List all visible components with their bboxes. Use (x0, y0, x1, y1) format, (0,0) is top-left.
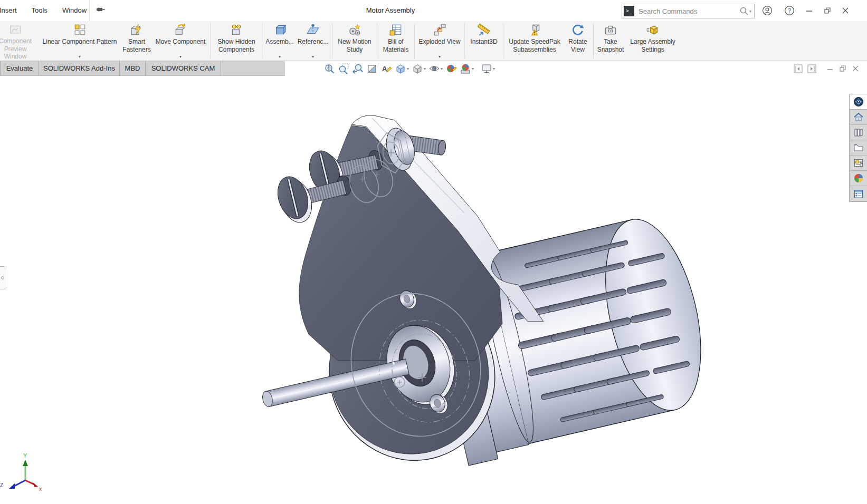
collapse-pane-left-button[interactable] (794, 64, 803, 73)
minimize-button[interactable] (801, 0, 818, 21)
appearances-scenes-icon (853, 173, 864, 183)
move-component-button[interactable]: Move Component ▾ (152, 21, 209, 61)
command-prompt-icon: >_ (624, 6, 634, 16)
taskpane-file-explorer-button[interactable] (850, 140, 867, 156)
dropdown-caret-icon[interactable]: ▾ (279, 54, 281, 59)
apply-scene-button[interactable]: ▾ (459, 62, 474, 75)
dropdown-caret-icon[interactable]: ▾ (424, 66, 426, 71)
doc-minimize-button[interactable] (826, 65, 834, 73)
dropdown-caret-icon[interactable]: ▾ (439, 54, 441, 59)
custom-properties-icon (853, 189, 864, 199)
tab-solidworks-cam[interactable]: SOLIDWORKS CAM (146, 61, 221, 75)
dropdown-caret-icon[interactable]: ▾ (179, 54, 182, 59)
menu-insert[interactable]: Insert (0, 0, 24, 21)
exploded-view-icon (433, 23, 446, 37)
ribbon-group-separator (593, 23, 594, 59)
zoom-to-area-button[interactable] (337, 62, 350, 75)
zoom-to-fit-button[interactable] (323, 62, 336, 75)
window-title: Motor Assembly (338, 0, 443, 21)
assembly-features-icon (273, 23, 287, 37)
display-style-button[interactable]: ▾ (411, 62, 426, 75)
tab-solidworks-add-ins[interactable]: SOLIDWORKS Add-Ins (39, 61, 120, 75)
pin-menu-button[interactable] (95, 5, 106, 16)
ribbon-group-separator (503, 23, 503, 59)
close-icon (841, 6, 850, 15)
section-view-button[interactable] (366, 62, 378, 75)
dropdown-caret-icon[interactable]: ▾ (312, 54, 314, 59)
large-assembly-settings-button[interactable]: Large Assembly Settings (626, 21, 680, 61)
collapsed-panel-tab[interactable] (0, 266, 5, 289)
previous-view-button[interactable] (351, 62, 364, 75)
menu-window[interactable]: Window (55, 0, 94, 21)
move-component-icon (174, 23, 187, 37)
taskpane-design-library-button[interactable] (850, 125, 867, 140)
file-explorer-icon (853, 142, 864, 153)
ribbon-group-separator (414, 23, 415, 59)
tab-mbd[interactable]: MBD (120, 61, 146, 75)
search-commands-box[interactable]: >_ ▾ (622, 4, 755, 18)
assembly-features-button[interactable]: Assemb... ▾ (264, 21, 296, 61)
take-snapshot-button[interactable]: Take Snapshot (595, 21, 626, 61)
rotate-view-button[interactable]: Rotate View (564, 21, 592, 61)
bill-of-materials-button[interactable]: Bill of Materials (379, 21, 413, 61)
hide-show-items-button[interactable]: ▾ (428, 62, 443, 75)
show-hidden-components-button[interactable]: Show Hidden Components (213, 21, 260, 61)
component-preview-window-button: Component Preview Window (0, 21, 38, 61)
help-button[interactable]: ? (780, 0, 798, 21)
minimize-icon (805, 6, 814, 15)
annotation-visibility-icon: A (380, 63, 392, 74)
menu-divider (89, 0, 90, 21)
update-speedpak-subassemblies-button[interactable]: Update SpeedPak Subassemblies (505, 21, 564, 61)
new-motion-study-button[interactable]: New Motion Study (334, 21, 375, 61)
view-settings-button[interactable]: ▾ (480, 62, 496, 75)
graphics-area[interactable]: Y x Z (0, 76, 849, 504)
taskpane-home-button[interactable] (850, 110, 867, 125)
ribbon-group-separator (211, 23, 211, 59)
dropdown-caret-icon[interactable]: ▾ (493, 66, 495, 71)
taskpane-appearances-scenes-button[interactable] (850, 171, 867, 186)
search-input[interactable] (637, 7, 739, 16)
edit-appearance-icon (445, 63, 457, 74)
ribbon-group-separator (464, 23, 465, 59)
instant3d-button[interactable]: Instant3D (466, 21, 501, 61)
show-hidden-components-icon (230, 23, 243, 37)
panel-tab-dot-icon (1, 276, 4, 279)
restore-button[interactable] (818, 0, 836, 21)
expand-pane-right-button[interactable] (807, 64, 816, 73)
tab-and-viewtools-row: Evaluate SOLIDWORKS Add-Ins MBD SOLIDWOR… (0, 61, 867, 76)
annotation-visibility-button[interactable]: A (380, 62, 393, 75)
doc-restore-button[interactable] (839, 65, 847, 73)
solidworks-window: Insert Tools Window Motor Assembly >_ ▾ (0, 0, 867, 504)
zoom-to-fit-icon (323, 63, 335, 74)
ribbon-group-separator (377, 23, 377, 59)
doc-close-button[interactable] (852, 65, 860, 73)
account-button[interactable] (758, 0, 776, 21)
title-bar: Insert Tools Window Motor Assembly >_ ▾ (0, 0, 867, 22)
exploded-view-button[interactable]: Exploded View ▾ (416, 21, 463, 61)
svg-text:?: ? (788, 7, 791, 14)
motor-assembly-model[interactable] (0, 76, 849, 504)
taskpane-view-palette-button[interactable] (850, 156, 867, 171)
dropdown-caret-icon[interactable]: ▾ (472, 66, 474, 71)
view-orientation-button[interactable]: ▾ (394, 62, 409, 75)
solidworks-resources-icon (853, 96, 864, 107)
tab-evaluate[interactable]: Evaluate (0, 61, 39, 75)
view-palette-icon (853, 158, 864, 168)
dropdown-caret-icon[interactable]: ▾ (407, 66, 409, 71)
menu-tools[interactable]: Tools (24, 0, 55, 21)
reference-geometry-icon (306, 23, 320, 37)
linear-component-pattern-button[interactable]: Linear Component Pattern ▾ (38, 21, 121, 61)
search-icon[interactable] (739, 6, 749, 16)
document-window-controls (794, 63, 860, 74)
commandmanager-tabs: Evaluate SOLIDWORKS Add-Ins MBD SOLIDWOR… (0, 61, 285, 76)
dropdown-caret-icon[interactable]: ▾ (441, 66, 443, 71)
dropdown-caret-icon[interactable]: ▾ (79, 54, 81, 59)
bill-of-materials-icon (389, 23, 403, 37)
taskpane-custom-properties-button[interactable] (850, 186, 867, 201)
edit-appearance-button[interactable] (445, 62, 458, 75)
taskpane-solidworks-resources-button[interactable] (850, 94, 867, 110)
close-button[interactable] (836, 0, 854, 21)
reference-geometry-button[interactable]: Referenc... ▾ (296, 21, 330, 61)
smart-fasteners-button[interactable]: Smart Fasteners (121, 21, 152, 61)
search-dropdown-icon[interactable]: ▾ (749, 9, 751, 14)
